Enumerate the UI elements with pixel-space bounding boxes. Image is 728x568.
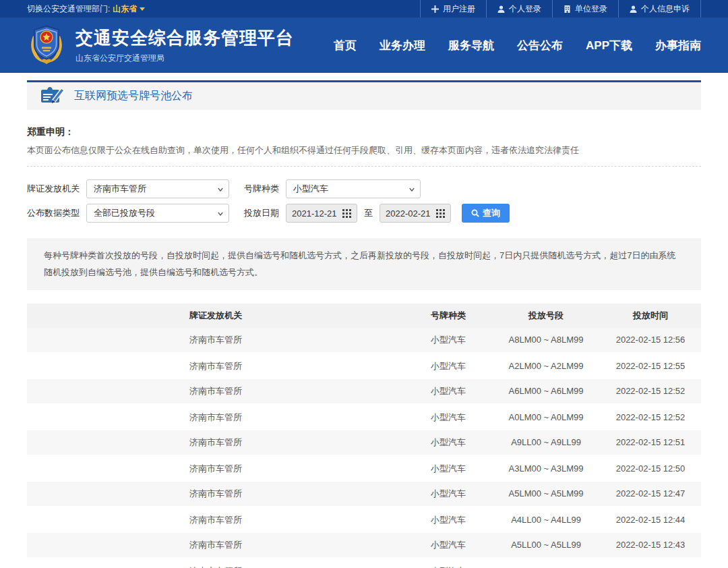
chevron-down-icon <box>218 187 223 192</box>
filter-panel: 牌证发放机关 济南市车管所 号牌种类 小型汽车 公布数据类型 全部已投放号段 投… <box>27 179 701 223</box>
column-header: 号牌种类 <box>404 310 492 322</box>
table-cell: 济南市车管所 <box>27 565 404 568</box>
table-cell: 济南市车管所 <box>27 436 404 449</box>
table-cell: A3LM00 ~ A3LM99 <box>492 463 600 474</box>
plate-type-value: 小型汽车 <box>293 183 328 195</box>
card-pen-icon <box>40 86 65 107</box>
calendar-grid-icon <box>342 209 351 218</box>
table-row: 济南市车管所小型汽车A4LM00 ~ A4LM992022-02-15 12:3… <box>27 559 701 568</box>
table-cell: 小型汽车 <box>404 334 492 346</box>
date-to-input[interactable]: 2022-02-21 <box>380 204 451 223</box>
issuing-authority-value: 济南市车管所 <box>94 183 146 195</box>
table-cell: 2022-02-15 12:50 <box>600 463 701 474</box>
table-cell: 2022-02-15 12:47 <box>600 488 701 499</box>
table-cell: 济南市车管所 <box>27 488 404 500</box>
table-cell: 2022-02-15 12:56 <box>600 335 701 345</box>
search-icon <box>471 209 479 217</box>
nav-item-公告公布[interactable]: 公告公布 <box>517 38 563 53</box>
table-cell: 小型汽车 <box>404 539 492 551</box>
table-cell: 济南市车管所 <box>27 463 404 475</box>
date-to-label: 至 <box>364 207 373 219</box>
topbar-link-个人信息申诉[interactable]: 个人信息申诉 <box>619 0 701 18</box>
topbar-link-label: 个人信息申诉 <box>641 3 690 15</box>
table-row: 济南市车管所小型汽车A3LM00 ~ A3LM992022-02-15 12:5… <box>27 456 701 482</box>
column-header: 牌证发放机关 <box>27 310 404 322</box>
table-cell: A0LM00 ~ A0LM99 <box>492 412 600 422</box>
date-to-value: 2022-02-21 <box>386 208 431 219</box>
table-row: 济南市车管所小型汽车A2LM00 ~ A2LM992022-02-15 12:5… <box>27 353 701 379</box>
table-cell: 济南市车管所 <box>27 360 404 372</box>
chevron-down-icon <box>140 7 145 11</box>
table-cell: 济南市车管所 <box>27 539 404 551</box>
table-cell: A2LM00 ~ A2LM99 <box>492 361 600 371</box>
plus-icon <box>431 5 439 13</box>
nav-item-服务导航[interactable]: 服务导航 <box>448 38 494 53</box>
table-cell: A5LM00 ~ A5LM99 <box>492 488 600 499</box>
table-row: 济南市车管所小型汽车A0LM00 ~ A0LM992022-02-15 12:5… <box>27 405 701 430</box>
notice-text: 每种号牌种类首次投放的号段，自投放时间起，提供自编选号和随机选号方式，之后再新投… <box>27 238 701 290</box>
table-cell: 小型汽车 <box>404 463 492 475</box>
table-cell: 济南市车管所 <box>27 385 404 397</box>
topbar-link-label: 单位登录 <box>575 3 607 15</box>
brand: 交通安全综合服务管理平台 山东省公安厅交通管理局 <box>27 24 294 67</box>
site-title: 交通安全综合服务管理平台 <box>75 26 294 50</box>
column-header: 投放号段 <box>492 310 600 322</box>
data-type-value: 全部已投放号段 <box>94 207 155 219</box>
page-title-bar: 互联网预选号牌号池公布 <box>27 80 701 110</box>
topbar-link-单位登录[interactable]: 单位登录 <box>553 0 619 18</box>
topbar-link-label: 用户注册 <box>443 3 475 15</box>
topbar-link-个人登录[interactable]: 个人登录 <box>487 0 553 18</box>
header: 交通安全综合服务管理平台 山东省公安厅交通管理局 首页业务办理服务导航公告公布A… <box>0 18 728 73</box>
nav-item-首页[interactable]: 首页 <box>334 38 357 53</box>
table-cell: 济南市车管所 <box>27 514 404 526</box>
table-cell: A5LL00 ~ A5LL99 <box>492 540 600 550</box>
table-cell: 2022-02-15 12:52 <box>600 412 701 422</box>
table-row: 济南市车管所小型汽车A4LL00 ~ A4LL992022-02-15 12:4… <box>27 507 701 533</box>
police-badge-logo <box>27 24 66 67</box>
table-cell: A4LL00 ~ A4LL99 <box>492 515 600 525</box>
data-type-label: 公布数据类型 <box>27 207 80 219</box>
table-cell: 小型汽车 <box>404 411 492 424</box>
search-button[interactable]: 查询 <box>462 204 510 223</box>
declaration: 郑重申明： 本页面公布信息仅限于公众在线自助查询，单次使用，任何个人和组织不得通… <box>27 126 701 167</box>
data-type-select[interactable]: 全部已投放号段 <box>86 204 229 223</box>
table-cell: 小型汽车 <box>404 360 492 372</box>
table-cell: 2022-02-15 12:55 <box>600 361 701 371</box>
region-dropdown[interactable]: 山东省 <box>113 3 145 15</box>
nav-item-APP下载[interactable]: APP下载 <box>586 38 632 53</box>
column-header: 投放时间 <box>600 310 701 322</box>
table-cell: 济南市车管所 <box>27 411 404 424</box>
table-cell: 小型汽车 <box>404 565 492 568</box>
table-cell: 小型汽车 <box>404 385 492 397</box>
table-cell: 2022-02-15 12:43 <box>600 540 701 550</box>
topbar-link-用户注册[interactable]: 用户注册 <box>420 0 487 18</box>
nav-item-办事指南[interactable]: 办事指南 <box>655 38 701 53</box>
person-icon <box>630 5 637 13</box>
date-range-label: 投放日期 <box>244 207 279 219</box>
table-row: 济南市车管所小型汽车A5LM00 ~ A5LM992022-02-15 12:4… <box>27 482 701 507</box>
plate-type-select[interactable]: 小型汽车 <box>286 179 421 198</box>
table-cell: 2022-02-15 12:44 <box>600 515 701 525</box>
date-from-input[interactable]: 2021-12-21 <box>286 204 357 223</box>
table-cell: 济南市车管所 <box>27 334 404 346</box>
building-icon <box>564 5 571 13</box>
table-row: 济南市车管所小型汽车A5LL00 ~ A5LL992022-02-15 12:4… <box>27 533 701 559</box>
table-cell: 小型汽车 <box>404 436 492 449</box>
table-row: 济南市车管所小型汽车A8LM00 ~ A8LM992022-02-15 12:5… <box>27 328 701 353</box>
nav-item-业务办理[interactable]: 业务办理 <box>380 38 425 53</box>
person-icon <box>497 5 505 13</box>
declaration-body: 本页面公布信息仅限于公众在线自助查询，单次使用，任何个人和组织不得通过任何手段爬… <box>27 144 701 157</box>
table-cell: A6LM00 ~ A6LM99 <box>492 386 600 396</box>
plate-type-label: 号牌种类 <box>244 183 279 195</box>
date-from-value: 2021-12-21 <box>292 208 337 219</box>
issuing-authority-select[interactable]: 济南市车管所 <box>86 179 229 198</box>
issuing-authority-label: 牌证发放机关 <box>27 183 80 195</box>
table-cell: A8LM00 ~ A8LM99 <box>492 335 600 345</box>
declaration-heading: 郑重申明： <box>27 126 701 138</box>
table-body: 济南市车管所小型汽车A8LM00 ~ A8LM992022-02-15 12:5… <box>27 328 701 568</box>
table-cell: 小型汽车 <box>404 488 492 500</box>
topbar: 切换公安交通管理部门: 山东省 用户注册个人登录单位登录个人信息申诉 <box>0 0 728 18</box>
site-subtitle: 山东省公安厅交通管理局 <box>75 53 294 64</box>
topbar-links: 用户注册个人登录单位登录个人信息申诉 <box>420 0 701 18</box>
chevron-down-icon <box>409 187 415 192</box>
